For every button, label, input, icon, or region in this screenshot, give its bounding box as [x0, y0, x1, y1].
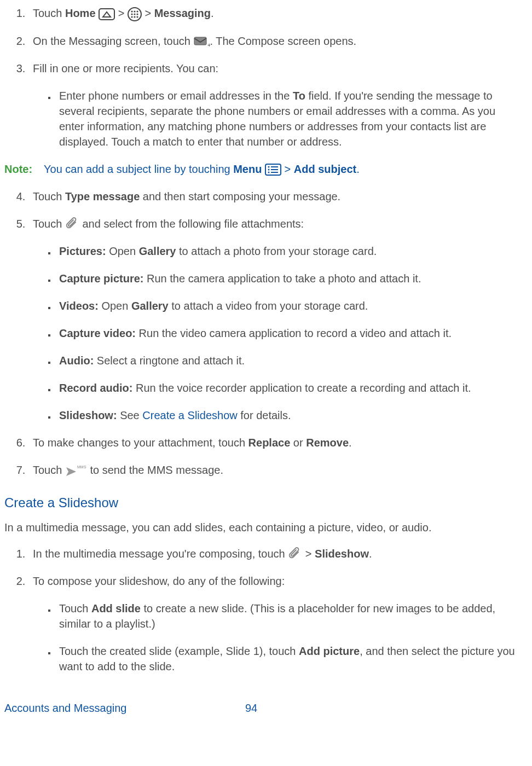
text: Touch — [33, 218, 65, 230]
text: In the multimedia message you're composi… — [33, 548, 288, 560]
text: On the Messaging screen, touch — [33, 35, 194, 47]
att-audio: Audio: Select a ringtone and attach it. — [56, 353, 521, 368]
gt: > — [115, 7, 128, 19]
label: Capture video: — [59, 327, 136, 339]
att-capture-picture: Capture picture: Run the camera applicat… — [56, 271, 521, 286]
text: to send the MMS message. — [87, 464, 223, 476]
paperclip-icon — [288, 547, 302, 561]
att-videos: Videos: Open Gallery to attach a video f… — [56, 298, 521, 314]
to-bold: To — [293, 90, 305, 102]
text: . — [211, 7, 214, 19]
label: Pictures: — [59, 245, 106, 257]
section-intro: In a multimedia message, you can add sli… — [4, 520, 521, 535]
menu-icon — [265, 164, 281, 176]
text: Open — [99, 300, 131, 312]
label: Capture picture: — [59, 272, 143, 285]
svg-point-7 — [136, 13, 138, 15]
text: Touch — [33, 190, 65, 202]
apps-icon — [128, 7, 142, 21]
svg-text:MMS: MMS — [77, 465, 86, 469]
section-heading: Create a Slideshow — [4, 494, 521, 512]
step-3-bullet-1: Enter phone numbers or email addresses i… — [56, 88, 521, 149]
text: to attach a video from your storage card… — [169, 300, 368, 312]
page-footer: Accounts and Messaging 94 — [4, 700, 521, 716]
step-4: Touch Type message and then start compos… — [28, 189, 521, 204]
text: See — [117, 409, 143, 421]
text: and select from the following file attac… — [79, 218, 304, 230]
svg-rect-0 — [99, 9, 114, 20]
slideshow-bullet-1: Touch Add slide to create a new slide. (… — [56, 601, 521, 631]
type-message-bold: Type message — [65, 190, 140, 202]
gallery-bold: Gallery — [139, 245, 176, 257]
slideshow-bold: Slideshow — [315, 548, 369, 560]
att-capture-video: Capture video: Run the video camera appl… — [56, 326, 521, 341]
compose-icon: + — [194, 36, 210, 48]
step-7: Touch MMS to send the MMS message. — [28, 462, 521, 478]
att-record-audio: Record audio: Run the voice recorder app… — [56, 380, 521, 396]
text: Touch — [59, 602, 91, 614]
text: Select a ringtone and attach it. — [94, 355, 245, 367]
text: Run the voice recorder application to cr… — [132, 382, 471, 394]
text: for details. — [238, 409, 291, 421]
slideshow-step-1: In the multimedia message you're composi… — [28, 546, 521, 562]
text: . — [356, 163, 360, 175]
remove-bold: Remove — [306, 437, 349, 449]
svg-point-6 — [134, 13, 135, 15]
note: Note: You can add a subject line by touc… — [4, 161, 521, 177]
gt: > — [281, 163, 294, 175]
slideshow-step-2: To compose your slideshow, do any of the… — [28, 573, 521, 589]
home-icon — [99, 8, 115, 20]
gallery-bold: Gallery — [131, 300, 169, 312]
gt: > — [142, 7, 154, 19]
gt: > — [302, 548, 315, 560]
text: You can add a subject line by touching — [44, 163, 233, 175]
svg-point-18 — [268, 172, 269, 173]
step-6: To make changes to your attachment, touc… — [28, 435, 521, 450]
step-3: Fill in one or more recipients. You can: — [28, 61, 521, 76]
note-body: You can add a subject line by touching M… — [44, 161, 360, 177]
text: Run the video camera application to reco… — [136, 327, 452, 339]
text: Fill in one or more recipients. You can: — [33, 62, 218, 74]
att-slideshow: Slideshow: See Create a Slideshow for de… — [56, 408, 521, 423]
svg-point-10 — [136, 16, 138, 18]
text: Touch the created slide (example, Slide … — [59, 645, 299, 657]
note-label: Note: — [4, 161, 44, 177]
add-slide-bold: Add slide — [91, 602, 141, 614]
text: Open — [106, 245, 139, 257]
att-pictures: Pictures: Open Gallery to attach a photo… — [56, 243, 521, 259]
label: Record audio: — [59, 382, 132, 394]
add-subject-bold: Add subject — [294, 163, 356, 175]
label: Slideshow: — [59, 409, 117, 421]
text: or — [290, 437, 306, 449]
svg-rect-11 — [194, 37, 206, 45]
text: . — [369, 548, 372, 560]
messaging-bold: Messaging — [154, 7, 211, 19]
step-2: On the Messaging screen, touch + . The C… — [28, 33, 521, 49]
step-5: Touch and select from the following file… — [28, 216, 521, 232]
slideshow-bullet-2: Touch the created slide (example, Slide … — [56, 643, 521, 674]
svg-point-14 — [268, 166, 269, 168]
svg-point-2 — [131, 10, 132, 12]
text: To make changes to your attachment, touc… — [33, 437, 248, 449]
footer-page-number: 94 — [245, 700, 257, 716]
step-1: Touch Home > > Messaging. — [28, 5, 521, 21]
label: Audio: — [59, 355, 94, 367]
paperclip-icon — [65, 217, 79, 231]
create-slideshow-link[interactable]: Create a Slideshow — [142, 409, 237, 421]
send-mms-icon: MMS — [65, 464, 87, 478]
home-bold: Home — [65, 7, 96, 19]
menu-bold: Menu — [233, 163, 262, 175]
text: Touch — [33, 464, 65, 476]
text: To compose your slideshow, do any of the… — [33, 575, 285, 587]
svg-point-4 — [136, 10, 138, 12]
text: to attach a photo from your storage card… — [176, 245, 377, 257]
footer-section: Accounts and Messaging — [4, 700, 245, 716]
svg-point-5 — [131, 13, 132, 15]
text: Enter phone numbers or email addresses i… — [59, 90, 293, 102]
text: Run the camera application to take a pho… — [143, 272, 421, 285]
svg-point-3 — [134, 10, 135, 12]
text: . — [349, 437, 352, 449]
svg-point-8 — [131, 16, 132, 18]
text: Touch — [33, 7, 65, 19]
svg-point-16 — [268, 169, 269, 171]
